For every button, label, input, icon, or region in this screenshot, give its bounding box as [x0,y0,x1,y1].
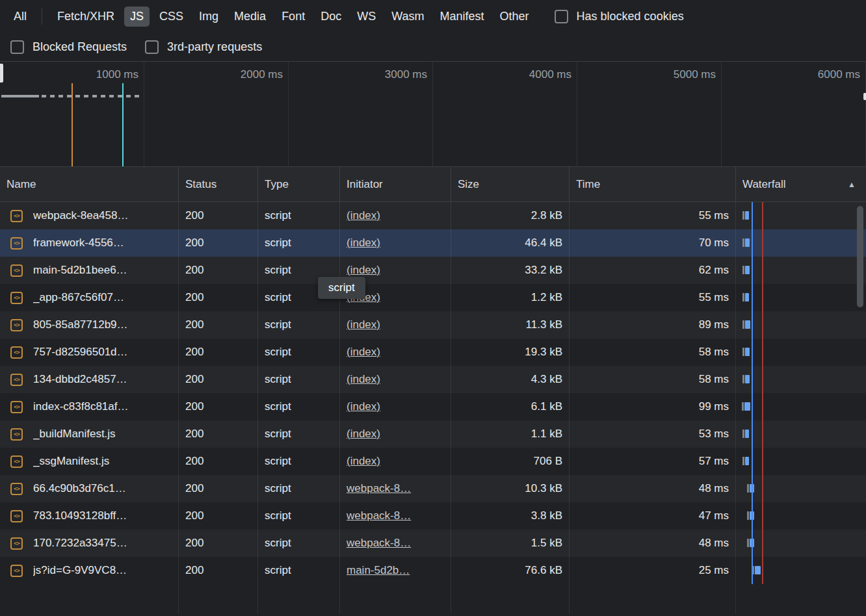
initiator-link[interactable]: webpack-8… [347,537,411,550]
table-row[interactable]: 805-85a87712b9…200script(index)11.3 kB89… [0,311,866,339]
request-name: 757-d82596501d… [33,346,128,359]
filler-cell [340,584,451,614]
column-header-type[interactable]: Type [258,167,340,201]
waterfall-bar[interactable] [745,238,750,247]
waterfall-bar[interactable] [745,430,749,438]
type-cell: script [258,557,340,584]
waterfall-cell [736,229,866,257]
filter-media[interactable]: Media [228,6,272,27]
filter-other[interactable]: Other [494,6,535,27]
table-row[interactable]: 66.4c90b3d76c1…200scriptwebpack-8…10.3 k… [0,475,866,502]
waterfall-bar[interactable] [745,457,749,465]
script-file-icon [10,319,23,331]
waterfall-bar[interactable] [745,266,750,274]
table-row[interactable]: _buildManifest.js200script(index)1.1 kB5… [0,420,866,448]
filter-js[interactable]: JS [124,6,150,27]
column-header-label: Size [458,178,479,191]
column-header-size[interactable]: Size [451,167,570,201]
time-cell: 58 ms [570,366,736,393]
column-header-name[interactable]: Name [0,167,179,201]
filter-wasm[interactable]: Wasm [386,6,430,27]
timeline-overview[interactable]: 1000 ms2000 ms3000 ms4000 ms5000 ms6000 … [0,62,866,167]
overview-section: 6000 ms [722,62,866,166]
initiator-link[interactable]: main-5d2b… [347,564,410,577]
time-cell: 47 ms [570,502,736,530]
filter-ws[interactable]: WS [351,6,382,27]
waterfall-bar[interactable] [745,211,749,220]
table-row[interactable]: 757-d82596501d…200script(index)19.3 kB58… [0,339,866,366]
overview-left-handle[interactable] [0,64,3,83]
initiator-link[interactable]: (index) [347,237,380,250]
initiator-link[interactable]: (index) [347,209,380,222]
initiator-link[interactable]: webpack-8… [347,509,411,522]
time-cell: 55 ms [570,202,736,229]
column-header-initiator[interactable]: Initiator [340,167,451,201]
has-blocked-cookies-checkbox[interactable] [555,10,568,23]
filter-font[interactable]: Font [276,6,311,27]
table-row[interactable]: webpack-8ea458…200script(index)2.8 kB55 … [0,202,866,229]
initiator-link[interactable]: (index) [347,318,380,331]
waterfall-stub [747,484,749,493]
filler-cell [179,584,258,614]
has-blocked-cookies-filter[interactable]: Has blocked cookies [555,10,684,23]
size-cell: 1.2 kB [451,284,570,311]
blocked-requests-filter[interactable]: Blocked Requests [10,40,127,54]
waterfall-bar[interactable] [745,375,750,383]
overview-right-handle[interactable] [863,93,866,100]
table-row[interactable]: _ssgManifest.js200script(index)706 B57 m… [0,448,866,475]
third-party-filter[interactable]: 3rd-party requests [145,40,262,54]
initiator-link[interactable]: (index) [347,264,380,277]
column-header-label: Waterfall [742,178,785,191]
waterfall-cell [736,366,866,393]
overview-tick-label: 6000 ms [818,68,860,81]
column-header-time[interactable]: Time [570,167,736,201]
waterfall-bar[interactable] [744,402,750,411]
initiator-link[interactable]: (index) [347,455,380,468]
request-name: 66.4c90b3d76c1… [33,482,126,495]
initiator-cell: webpack-8… [340,530,451,557]
column-header-status[interactable]: Status [179,167,258,201]
waterfall-bar[interactable] [745,320,750,329]
overview-tick-label: 1000 ms [96,68,138,81]
filter-all[interactable]: All [8,6,33,27]
initiator-link[interactable]: (index) [347,346,380,359]
waterfall-cell [736,530,866,557]
table-row[interactable]: framework-4556…200script(index)46.4 kB70… [0,229,866,257]
waterfall-stub [742,266,744,274]
status-cell: 200 [179,339,258,366]
script-file-icon [10,428,23,441]
waterfall-bar[interactable] [755,566,761,574]
vertical-scrollbar[interactable] [857,206,863,307]
initiator-cell: (index) [340,393,451,420]
script-file-icon [10,456,23,468]
third-party-checkbox[interactable] [145,40,159,54]
initiator-link[interactable]: (index) [347,373,380,386]
time-cell: 55 ms [570,284,736,311]
table-row[interactable]: 134-dbbd2c4857…200script(index)4.3 kB58 … [0,366,866,393]
filter-doc[interactable]: Doc [315,6,347,27]
column-header-waterfall[interactable]: Waterfall▲ [736,167,866,201]
status-cell: 200 [179,420,258,448]
size-cell: 3.8 kB [451,502,570,530]
script-file-icon [10,210,23,222]
filter-css[interactable]: CSS [153,6,189,27]
request-name: 805-85a87712b9… [33,318,128,331]
table-row[interactable]: main-5d2b1bee6…200script(index)33.2 kB62… [0,257,866,284]
filter-manifest[interactable]: Manifest [434,6,490,27]
table-row[interactable]: index-c83f8c81af…200script(index)6.1 kB9… [0,393,866,420]
filter-img[interactable]: Img [193,6,224,27]
initiator-link[interactable]: (index) [347,400,380,413]
table-body: webpack-8ea458…200script(index)2.8 kB55 … [0,202,866,614]
initiator-link[interactable]: (index) [347,428,380,441]
table-row[interactable]: _app-867c56f07…200script(index)1.2 kB55 … [0,284,866,311]
status-cell: 200 [179,311,258,339]
waterfall-bar[interactable] [745,293,749,302]
table-row[interactable]: 783.10493128bff…200scriptwebpack-8…3.8 k… [0,502,866,530]
filter-fetch-xhr[interactable]: Fetch/XHR [51,6,120,27]
table-row[interactable]: 170.7232a33475…200scriptwebpack-8…1.5 kB… [0,530,866,557]
table-row[interactable]: js?id=G-9V9VC8…200scriptmain-5d2b…76.6 k… [0,557,866,584]
name-cell: 170.7232a33475… [0,530,179,557]
blocked-requests-checkbox[interactable] [10,40,24,54]
initiator-link[interactable]: webpack-8… [347,482,411,495]
waterfall-bar[interactable] [745,348,750,356]
